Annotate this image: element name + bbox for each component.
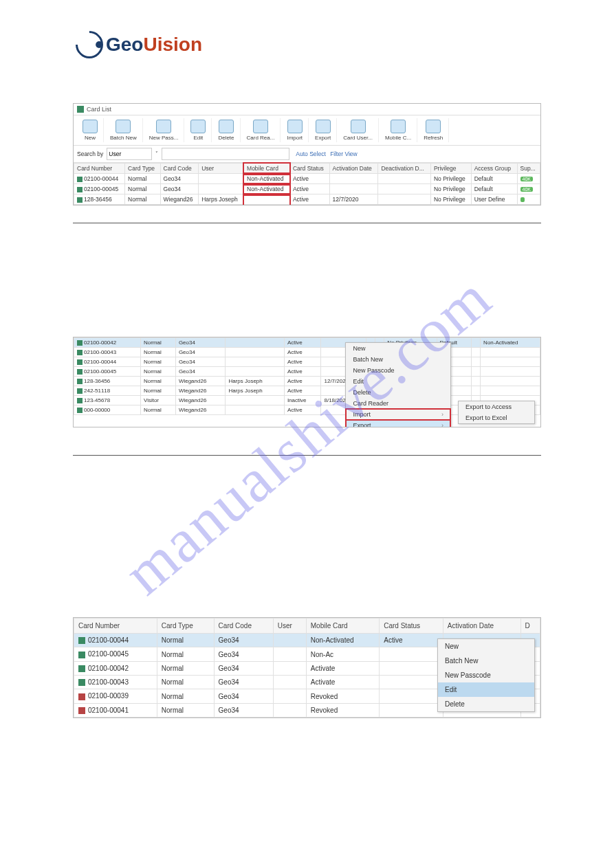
toolbar-new-pass-[interactable]: New Pass...	[144, 118, 185, 142]
toolbar: NewBatch NewNew Pass...EditDeleteCard Re…	[74, 115, 540, 146]
context-menu[interactable]: NewBatch NewNew PasscodeEditDeleteCard R…	[345, 342, 451, 427]
table-row[interactable]: 02100-00044NormalGeo34ActiveNo Privilege…	[74, 357, 540, 367]
col-header[interactable]: Card Status	[289, 164, 329, 174]
table-row[interactable]: 02100-00044NormalGeo34Non-ActivatedActiv…	[74, 174, 540, 184]
card-list-window: Card List NewBatch NewNew Pass...EditDel…	[73, 103, 541, 205]
toolbar-new[interactable]: New	[77, 118, 104, 142]
col-header[interactable]: Mobile Card	[244, 164, 290, 174]
window-icon	[77, 106, 84, 113]
toolbar-batch-new[interactable]: Batch New	[105, 118, 143, 142]
logo-icon	[70, 25, 109, 65]
window-title: Card List	[87, 106, 111, 113]
table-row[interactable]: 128-36456NormalWiegand26Harps JosephActi…	[74, 194, 540, 205]
export-submenu[interactable]: Export to AccessExport to Excel	[458, 401, 535, 424]
table-row[interactable]: 02100-00042NormalGeo34ActiveNo Privilege…	[74, 338, 540, 348]
menu-item[interactable]: New Passcode	[438, 668, 534, 682]
search-input[interactable]	[162, 148, 289, 160]
col-header[interactable]: Activation Date	[329, 164, 378, 174]
menu-item[interactable]: Export to Excel	[459, 412, 534, 423]
col-header[interactable]: Card Number	[74, 164, 125, 174]
col-header[interactable]: Access Group	[471, 164, 517, 174]
menu-item[interactable]: Export	[346, 420, 450, 427]
col-header[interactable]: Privilege	[430, 164, 471, 174]
card-list-edit: Card NumberCard TypeCard CodeUserMobile …	[73, 617, 541, 718]
logo: GeoUision	[76, 31, 202, 58]
col-header[interactable]: D	[520, 619, 540, 634]
menu-item[interactable]: New Passcode	[346, 365, 450, 376]
toolbar-refresh[interactable]: Refresh	[418, 118, 449, 142]
menu-item[interactable]: Batch New	[438, 654, 534, 668]
table-row[interactable]: 02100-00045NormalGeo34Non-ActivatedActiv…	[74, 184, 540, 194]
col-header[interactable]: Activation Date	[443, 619, 520, 634]
col-header[interactable]: Card Number	[74, 619, 157, 634]
logo-text: GeoUision	[106, 34, 202, 56]
search-select[interactable]	[107, 148, 152, 160]
menu-item[interactable]: Edit	[346, 376, 450, 387]
menu-item[interactable]: Delete	[438, 697, 534, 711]
menu-item[interactable]: Edit	[438, 682, 534, 697]
col-header[interactable]: Card Type	[125, 164, 160, 174]
toolbar-card-user-[interactable]: Card User...	[338, 118, 379, 142]
toolbar-import[interactable]: Import	[281, 118, 309, 142]
menu-item[interactable]: Delete	[346, 387, 450, 398]
menu-item[interactable]: New	[346, 343, 450, 354]
col-header[interactable]: Card Status	[380, 619, 443, 634]
col-header[interactable]: User	[199, 164, 244, 174]
col-header[interactable]: Card Code	[160, 164, 199, 174]
filter-view-link[interactable]: Filter View	[330, 151, 358, 157]
menu-item[interactable]: Import	[346, 409, 450, 420]
menu-item[interactable]: Batch New	[346, 354, 450, 365]
table-row[interactable]: 02100-00043NormalGeo34ActiveNo Privilege…	[74, 348, 540, 357]
toolbar-export[interactable]: Export	[309, 118, 337, 142]
auto-select-link[interactable]: Auto Select	[296, 151, 325, 157]
col-header[interactable]: Deactivation D...	[378, 164, 430, 174]
toolbar-delete[interactable]: Delete	[212, 118, 240, 142]
search-label: Search by	[77, 151, 103, 157]
menu-item[interactable]: Export to Access	[459, 401, 534, 412]
card-table: Card NumberCard TypeCard CodeUserMobile …	[74, 163, 540, 205]
card-list-export: 02100-00042NormalGeo34ActiveNo Privilege…	[73, 337, 541, 427]
toolbar-edit[interactable]: Edit	[185, 118, 212, 142]
toolbar-card-rea-[interactable]: Card Rea...	[241, 118, 281, 142]
col-header[interactable]: Card Code	[214, 619, 273, 634]
table-row[interactable]: 02100-00045NormalGeo34ActiveNo Privilege…	[74, 367, 540, 377]
context-menu-edit[interactable]: NewBatch NewNew PasscodeEditDelete	[437, 638, 535, 712]
col-header[interactable]: Sup...	[517, 164, 540, 174]
table-row[interactable]: 242-51118NormalWiegand26Harps JosephActi…	[74, 386, 540, 396]
toolbar-mobile-c-[interactable]: Mobile C...	[380, 118, 417, 142]
menu-item[interactable]: New	[438, 639, 534, 654]
col-header[interactable]: User	[273, 619, 306, 634]
menu-item[interactable]: Card Reader	[346, 398, 450, 409]
col-header[interactable]: Card Type	[157, 619, 214, 634]
col-header[interactable]: Mobile Card	[306, 619, 380, 634]
table-row[interactable]: 128-36456NormalWiegand26Harps JosephActi…	[74, 377, 540, 386]
